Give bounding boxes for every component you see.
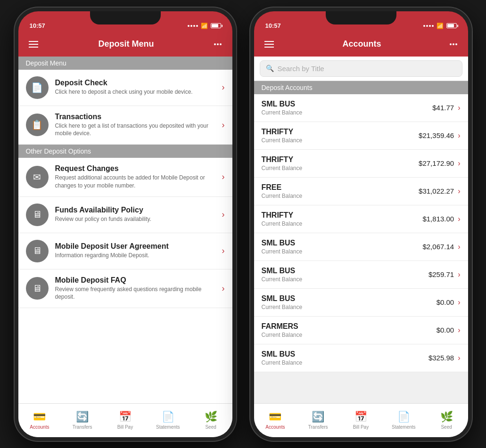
nav-item-statements[interactable]: 📄 Statements bbox=[147, 411, 189, 430]
account-chevron-5: › bbox=[458, 243, 460, 251]
accounts-nav-label-right: Accounts bbox=[265, 424, 285, 430]
account-right-1: $21,359.46 › bbox=[419, 131, 460, 140]
account-item-3[interactable]: FREE Current Balance $31,022.27 › bbox=[254, 178, 468, 205]
transfers-nav-label-right: Transfers bbox=[308, 424, 328, 430]
account-sub-2: Current Balance bbox=[262, 165, 419, 171]
billpay-nav-icon-right: 📅 bbox=[354, 411, 367, 423]
account-sub-0: Current Balance bbox=[262, 109, 433, 116]
menu-item-request-changes[interactable]: ✉ Request Changes Request additional acc… bbox=[18, 158, 232, 197]
section-header-other: Other Deposit Options bbox=[18, 145, 232, 158]
account-item-5[interactable]: SML BUS Current Balance $2,067.14 › bbox=[254, 233, 468, 261]
menu-title-request-changes: Request Changes bbox=[55, 164, 222, 173]
section-header-accounts: Deposit Accounts bbox=[254, 81, 468, 94]
account-item-7[interactable]: SML BUS Current Balance $0.00 › bbox=[254, 289, 468, 317]
account-sub-9: Current Balance bbox=[262, 359, 428, 366]
nav-item-billpay-right[interactable]: 📅 Bill Pay bbox=[339, 411, 382, 430]
nav-item-seed-right[interactable]: 🌿 Seed bbox=[425, 411, 468, 430]
account-chevron-7: › bbox=[458, 298, 460, 307]
menu-item-user-agreement[interactable]: 🖥 Mobile Deposit User Agreement Informat… bbox=[18, 233, 232, 269]
menu-item-deposit-check[interactable]: 📄 Deposit Check Click here to deposit a … bbox=[18, 70, 232, 106]
status-time: 10:57 bbox=[30, 22, 45, 29]
account-name-1: THRIFTY bbox=[262, 128, 419, 136]
chevron-icon: › bbox=[222, 120, 225, 130]
account-balance-3: $31,022.27 bbox=[419, 187, 454, 195]
account-name-7: SML BUS bbox=[262, 294, 437, 303]
seed-nav-icon: 🌿 bbox=[205, 411, 217, 423]
account-name-5: SML BUS bbox=[262, 239, 423, 247]
account-name-0: SML BUS bbox=[262, 100, 433, 108]
statements-nav-label-right: Statements bbox=[392, 424, 416, 430]
account-left-6: SML BUS Current Balance bbox=[262, 267, 428, 283]
more-button[interactable] bbox=[212, 41, 223, 47]
account-item-2[interactable]: THRIFTY Current Balance $27,172.90 › bbox=[254, 150, 468, 178]
account-right-4: $1,813.00 › bbox=[422, 215, 460, 223]
nav-item-accounts[interactable]: 💳 Accounts bbox=[18, 411, 61, 430]
account-left-9: SML BUS Current Balance bbox=[262, 350, 428, 366]
status-time-right: 10:57 bbox=[265, 22, 281, 29]
accounts-list: SML BUS Current Balance $41.77 › THRIFTY… bbox=[254, 94, 468, 403]
chevron-icon: › bbox=[222, 246, 225, 256]
account-item-9[interactable]: SML BUS Current Balance $325.98 › bbox=[254, 344, 468, 372]
bottom-nav: 💳 Accounts 🔄 Transfers 📅 Bill Pay 📄 Stat… bbox=[18, 403, 232, 437]
menu-desc-deposit-check: Click here to deposit a check using your… bbox=[55, 88, 222, 96]
accounts-content: 🔍 Search by Title Deposit Accounts SML B… bbox=[254, 57, 468, 437]
menu-title-deposit-check: Deposit Check bbox=[55, 79, 222, 87]
menu-item-funds-availability[interactable]: 🖥 Funds Availability Policy Review our p… bbox=[18, 197, 232, 233]
menu-item-transactions[interactable]: 📋 Transactions Click here to get a list … bbox=[18, 106, 232, 145]
accounts-nav-icon-right: 💳 bbox=[269, 411, 281, 423]
nav-item-statements-right[interactable]: 📄 Statements bbox=[382, 411, 425, 430]
account-item-1[interactable]: THRIFTY Current Balance $21,359.46 › bbox=[254, 122, 468, 150]
app-header: Deposit Menu bbox=[18, 32, 232, 57]
notch bbox=[90, 11, 161, 24]
chevron-icon: › bbox=[222, 210, 225, 220]
menu-text-deposit-check: Deposit Check Click here to deposit a ch… bbox=[55, 79, 222, 96]
menu-text-user-agreement: Mobile Deposit User Agreement Informatio… bbox=[55, 242, 222, 260]
account-sub-6: Current Balance bbox=[262, 276, 428, 283]
search-bar[interactable]: 🔍 Search by Title bbox=[260, 60, 462, 77]
account-left-5: SML BUS Current Balance bbox=[262, 239, 423, 255]
account-sub-7: Current Balance bbox=[262, 304, 437, 310]
seed-nav-label-right: Seed bbox=[441, 424, 452, 430]
account-chevron-8: › bbox=[458, 326, 460, 334]
menu-title-transactions: Transactions bbox=[55, 113, 222, 121]
account-chevron-0: › bbox=[458, 104, 460, 112]
account-item-6[interactable]: SML BUS Current Balance $259.71 › bbox=[254, 261, 468, 289]
billpay-nav-label: Bill Pay bbox=[117, 424, 133, 430]
nav-item-accounts-right[interactable]: 💳 Accounts bbox=[254, 411, 297, 430]
account-item-0[interactable]: SML BUS Current Balance $41.77 › bbox=[254, 94, 468, 122]
transactions-icon: 📋 bbox=[26, 114, 49, 136]
account-item-4[interactable]: THRIFTY Current Balance $1,813.00 › bbox=[254, 205, 468, 233]
section-header-deposit: Deposit Menu bbox=[18, 57, 232, 70]
header-title: Deposit Menu bbox=[98, 39, 154, 49]
wifi-icon: 📶 bbox=[201, 23, 208, 29]
account-balance-4: $1,813.00 bbox=[422, 215, 454, 223]
bottom-nav-right: 💳 Accounts 🔄 Transfers 📅 Bill Pay 📄 Stat… bbox=[254, 403, 468, 437]
left-phone: 10:57 📶 Deposit Menu Deposit Menu 📄 bbox=[15, 8, 236, 441]
account-chevron-1: › bbox=[458, 131, 460, 140]
notch-right bbox=[326, 11, 396, 24]
search-container: 🔍 Search by Title bbox=[254, 57, 468, 81]
account-balance-1: $21,359.46 bbox=[419, 131, 454, 139]
account-item-8[interactable]: FARMERS Current Balance $0.00 › bbox=[254, 317, 468, 344]
funds-icon: 🖥 bbox=[26, 204, 49, 226]
hamburger-button-right[interactable] bbox=[263, 39, 276, 49]
nav-item-transfers[interactable]: 🔄 Transfers bbox=[61, 411, 104, 430]
menu-desc-request-changes: Request additional accounts be added for… bbox=[55, 174, 222, 190]
app-header-right: Accounts bbox=[254, 32, 468, 57]
account-name-4: THRIFTY bbox=[262, 211, 423, 220]
nav-item-billpay[interactable]: 📅 Bill Pay bbox=[104, 411, 147, 430]
account-chevron-9: › bbox=[458, 354, 460, 362]
account-left-3: FREE Current Balance bbox=[262, 183, 419, 199]
account-balance-6: $259.71 bbox=[428, 270, 454, 278]
deposit-check-icon: 📄 bbox=[26, 76, 49, 99]
nav-item-seed[interactable]: 🌿 Seed bbox=[189, 411, 232, 430]
menu-desc-user-agreement: Information regarding Mobile Deposit. bbox=[55, 252, 222, 260]
hamburger-button[interactable] bbox=[27, 39, 40, 49]
menu-item-faq[interactable]: 🖥 Mobile Deposit FAQ Review some frequen… bbox=[18, 269, 232, 309]
billpay-nav-icon: 📅 bbox=[119, 411, 132, 423]
nav-item-transfers-right[interactable]: 🔄 Transfers bbox=[297, 411, 339, 430]
menu-text-transactions: Transactions Click here to get a list of… bbox=[55, 113, 222, 138]
more-button-right[interactable] bbox=[448, 41, 459, 47]
account-chevron-4: › bbox=[458, 215, 460, 223]
account-chevron-6: › bbox=[458, 270, 460, 279]
